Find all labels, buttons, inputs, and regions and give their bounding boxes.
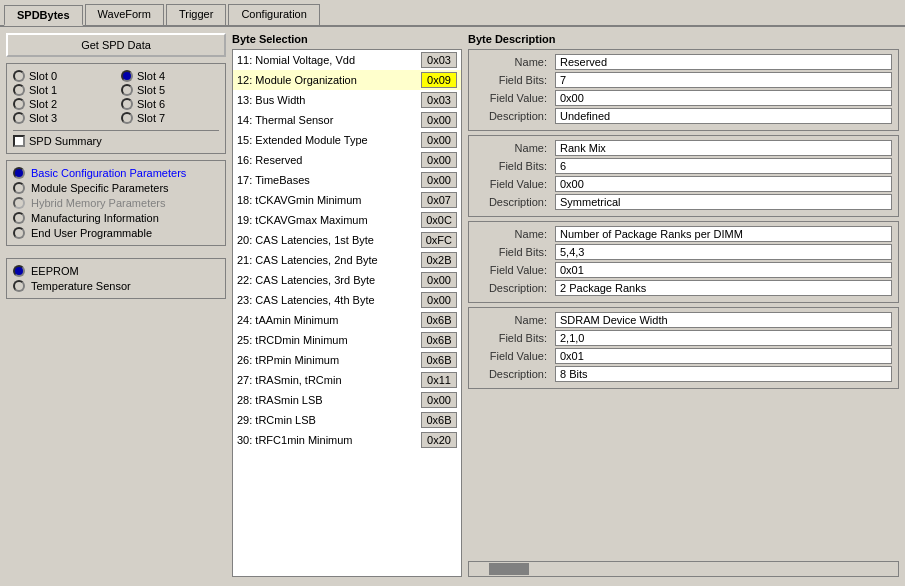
slot-0-label: Slot 0 xyxy=(29,70,57,82)
desc-label: Field Bits: xyxy=(475,332,555,344)
desc-label: Field Bits: xyxy=(475,160,555,172)
desc-card: Name:ReservedField Bits:7Field Value:0x0… xyxy=(468,49,899,131)
desc-label: Field Value: xyxy=(475,350,555,362)
slot-7-radio[interactable] xyxy=(121,112,133,124)
byte-row[interactable]: 29: tRCmin LSB0x6B xyxy=(233,410,461,430)
tab-trigger[interactable]: Trigger xyxy=(166,4,226,25)
desc-field-row: Field Value:0x01 xyxy=(475,348,892,364)
sensor-eeprom[interactable]: EEPROM xyxy=(13,265,219,277)
slot-6-row[interactable]: Slot 6 xyxy=(121,98,219,110)
slot-3-row[interactable]: Slot 3 xyxy=(13,112,111,124)
nav-hybrid-memory-radio[interactable] xyxy=(13,197,25,209)
slot-7-row[interactable]: Slot 7 xyxy=(121,112,219,124)
byte-row[interactable]: 26: tRPmin Minimum0x6B xyxy=(233,350,461,370)
byte-name: 14: Thermal Sensor xyxy=(237,114,421,126)
desc-field-row: Description:Undefined xyxy=(475,108,892,124)
byte-row[interactable]: 12: Module Organization0x09 xyxy=(233,70,461,90)
byte-row[interactable]: 28: tRASmin LSB0x00 xyxy=(233,390,461,410)
byte-row[interactable]: 18: tCKAVGmin Minimum0x07 xyxy=(233,190,461,210)
get-spd-button[interactable]: Get SPD Data xyxy=(6,33,226,57)
nav-end-user[interactable]: End User Programmable xyxy=(13,227,219,239)
desc-value: 0x01 xyxy=(555,348,892,364)
nav-hybrid-memory[interactable]: Hybrid Memory Parameters xyxy=(13,197,219,209)
desc-field-row: Field Value:0x01 xyxy=(475,262,892,278)
byte-list-container[interactable]: 11: Nomial Voltage, Vdd0x0312: Module Or… xyxy=(232,49,462,577)
byte-row[interactable]: 25: tRCDmin Minimum0x6B xyxy=(233,330,461,350)
right-panel: Byte Description Name:ReservedField Bits… xyxy=(468,33,899,577)
sensor-temp[interactable]: Temperature Sensor xyxy=(13,280,219,292)
nav-end-user-radio[interactable] xyxy=(13,227,25,239)
byte-name: 29: tRCmin LSB xyxy=(237,414,421,426)
byte-row[interactable]: 27: tRASmin, tRCmin0x11 xyxy=(233,370,461,390)
byte-list-scroll[interactable]: 11: Nomial Voltage, Vdd0x0312: Module Or… xyxy=(233,50,461,576)
desc-value: 6 xyxy=(555,158,892,174)
byte-name: 22: CAS Latencies, 3rd Byte xyxy=(237,274,421,286)
byte-row[interactable]: 19: tCKAVGmax Maximum0x0C xyxy=(233,210,461,230)
slot-2-row[interactable]: Slot 2 xyxy=(13,98,111,110)
byte-row[interactable]: 14: Thermal Sensor0x00 xyxy=(233,110,461,130)
sensor-section: EEPROM Temperature Sensor xyxy=(6,258,226,299)
nav-basic-config[interactable]: Basic Configuration Parameters xyxy=(13,167,219,179)
desc-label: Field Value: xyxy=(475,178,555,190)
slot-0-row[interactable]: Slot 0 xyxy=(13,70,111,82)
desc-label: Field Bits: xyxy=(475,74,555,86)
tab-waveform[interactable]: WaveForm xyxy=(85,4,164,25)
byte-row[interactable]: 30: tRFC1min Minimum0x20 xyxy=(233,430,461,450)
tab-configuration[interactable]: Configuration xyxy=(228,4,319,25)
sensor-eeprom-label: EEPROM xyxy=(31,265,79,277)
byte-value: 0x11 xyxy=(421,372,457,388)
center-panel: Byte Selection 11: Nomial Voltage, Vdd0x… xyxy=(232,33,462,577)
nav-manufacturing[interactable]: Manufacturing Information xyxy=(13,212,219,224)
slot-4-row[interactable]: Slot 4 xyxy=(121,70,219,82)
spd-summary-row[interactable]: SPD Summary xyxy=(13,130,219,147)
slot-1-radio[interactable] xyxy=(13,84,25,96)
nav-module-specific[interactable]: Module Specific Parameters xyxy=(13,182,219,194)
tab-spdbytes[interactable]: SPDBytes xyxy=(4,5,83,26)
byte-value: 0x00 xyxy=(421,392,457,408)
sensor-temp-label: Temperature Sensor xyxy=(31,280,131,292)
byte-row[interactable]: 15: Extended Module Type0x00 xyxy=(233,130,461,150)
desc-value: SDRAM Device Width xyxy=(555,312,892,328)
slot-0-radio[interactable] xyxy=(13,70,25,82)
nav-basic-config-radio[interactable] xyxy=(13,167,25,179)
desc-field-row: Description:Symmetrical xyxy=(475,194,892,210)
desc-value: Number of Package Ranks per DIMM xyxy=(555,226,892,242)
nav-module-specific-radio[interactable] xyxy=(13,182,25,194)
desc-field-row: Name:Number of Package Ranks per DIMM xyxy=(475,226,892,242)
slot-6-radio[interactable] xyxy=(121,98,133,110)
byte-name: 19: tCKAVGmax Maximum xyxy=(237,214,421,226)
slot-4-radio[interactable] xyxy=(121,70,133,82)
slot-3-radio[interactable] xyxy=(13,112,25,124)
byte-name: 17: TimeBases xyxy=(237,174,421,186)
main-content: Get SPD Data Slot 0 Slot 4 Slot 1 Slot 5 xyxy=(0,27,905,583)
desc-value: 0x00 xyxy=(555,176,892,192)
byte-row[interactable]: 22: CAS Latencies, 3rd Byte0x00 xyxy=(233,270,461,290)
byte-description-title: Byte Description xyxy=(468,33,899,45)
byte-row[interactable]: 11: Nomial Voltage, Vdd0x03 xyxy=(233,50,461,70)
byte-row[interactable]: 24: tAAmin Minimum0x6B xyxy=(233,310,461,330)
nav-manufacturing-radio[interactable] xyxy=(13,212,25,224)
desc-card: Name:Rank MixField Bits:6Field Value:0x0… xyxy=(468,135,899,217)
byte-row[interactable]: 23: CAS Latencies, 4th Byte0x00 xyxy=(233,290,461,310)
byte-row[interactable]: 13: Bus Width0x03 xyxy=(233,90,461,110)
scroll-thumb[interactable] xyxy=(489,563,529,575)
byte-value: 0x20 xyxy=(421,432,457,448)
byte-value: 0x0C xyxy=(421,212,457,228)
byte-row[interactable]: 17: TimeBases0x00 xyxy=(233,170,461,190)
sensor-temp-radio[interactable] xyxy=(13,280,25,292)
slot-1-row[interactable]: Slot 1 xyxy=(13,84,111,96)
byte-selection-title: Byte Selection xyxy=(232,33,462,45)
byte-row[interactable]: 16: Reserved0x00 xyxy=(233,150,461,170)
bottom-scrollbar[interactable] xyxy=(468,561,899,577)
slot-5-row[interactable]: Slot 5 xyxy=(121,84,219,96)
slot-5-radio[interactable] xyxy=(121,84,133,96)
byte-value: 0x00 xyxy=(421,272,457,288)
byte-row[interactable]: 21: CAS Latencies, 2nd Byte0x2B xyxy=(233,250,461,270)
slot-2-radio[interactable] xyxy=(13,98,25,110)
sensor-eeprom-radio[interactable] xyxy=(13,265,25,277)
byte-row[interactable]: 20: CAS Latencies, 1st Byte0xFC xyxy=(233,230,461,250)
spd-summary-label: SPD Summary xyxy=(29,135,102,147)
byte-value: 0x6B xyxy=(421,352,457,368)
spd-summary-checkbox[interactable] xyxy=(13,135,25,147)
byte-value: 0x00 xyxy=(421,172,457,188)
